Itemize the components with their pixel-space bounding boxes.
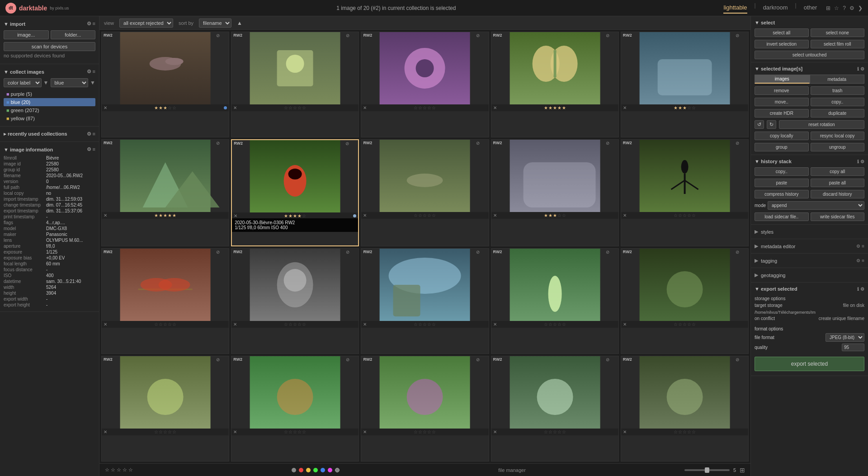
close-icon[interactable]: ✕	[233, 105, 237, 110]
close-icon[interactable]: ✕	[233, 429, 237, 434]
rotate-cw-button[interactable]: ↻	[767, 120, 776, 129]
rotate-ccw-button[interactable]: ↺	[755, 120, 764, 129]
image-cell[interactable]: RW2 ⊘ ✕ ☆☆☆☆☆	[491, 356, 619, 462]
star-rating[interactable]: ★★★☆☆	[154, 105, 177, 110]
select-all-button[interactable]: select all	[755, 28, 809, 37]
image-cell[interactable]: RW2 ⊘ ✕ ☆☆☆☆☆	[621, 139, 749, 246]
star-rating[interactable]: ☆☆☆☆☆	[284, 322, 307, 327]
close-icon[interactable]: ✕	[234, 213, 237, 218]
image-cell[interactable]: RW2 ⊘ ✕ ☆☆☆☆☆	[231, 356, 359, 462]
color-dot-blue[interactable]	[321, 468, 325, 472]
copy-history-button[interactable]: copy..	[755, 167, 809, 176]
history-mode-select[interactable]: append	[768, 201, 864, 210]
select-header[interactable]: ▼ select	[751, 18, 868, 27]
star-rating[interactable]: ★★★☆☆	[674, 105, 696, 110]
color-dot-green[interactable]	[313, 468, 318, 472]
move-button[interactable]: move..	[755, 98, 809, 106]
color-dot-uncol[interactable]	[335, 468, 340, 472]
discard-history-button[interactable]: discard history	[811, 190, 865, 198]
close-icon[interactable]: ✕	[233, 322, 237, 327]
load-sidecar-button[interactable]: load sidecar file..	[755, 212, 809, 221]
image-cell[interactable]: RW2 ⊘ ✕ ★★★☆☆	[621, 32, 749, 137]
image-cell[interactable]: RW2 ⊘ ✕ ★★★★★	[101, 139, 229, 246]
close-icon[interactable]: ✕	[104, 429, 107, 434]
close-icon[interactable]: ✕	[623, 213, 627, 218]
image-cell[interactable]: RW2 ⊘ ✕ ★★★☆☆	[491, 139, 619, 246]
color-dot-purple[interactable]	[328, 468, 332, 472]
grid-icon[interactable]: ⊞	[826, 5, 830, 11]
reset-rotation-button[interactable]: reset rotation	[779, 120, 864, 129]
tagging-header[interactable]: ▶ tagging ⚙ ≡	[751, 255, 868, 266]
tab-images-button[interactable]: images	[755, 75, 810, 84]
star-rating[interactable]: ☆☆☆☆☆	[674, 429, 696, 434]
close-icon[interactable]: ✕	[363, 322, 367, 327]
close-icon[interactable]: ✕	[104, 105, 107, 110]
star-rating[interactable]: ☆☆☆☆☆	[414, 105, 436, 110]
metadata-editor-header[interactable]: ▶ metadata editor ⚙ ≡	[751, 241, 868, 251]
image-cell[interactable]: RW2 ⊘ ✕ ☆☆☆☆☆	[621, 356, 749, 462]
image-cell[interactable]: RW2 ⊘ ✕ ☆☆☆☆☆	[231, 32, 359, 137]
compress-history-button[interactable]: compress history	[755, 190, 809, 198]
image-cell[interactable]: RW2 ⊘ ✕ ☆☆☆☆☆	[361, 356, 489, 462]
image-cell[interactable]: RW2 ⊘ ✕ ☆☆☆☆☆	[491, 248, 619, 354]
select-none-button[interactable]: select none	[811, 28, 865, 37]
export-selected-button[interactable]: export selected	[755, 357, 864, 371]
file-format-select[interactable]: JPEG (8-bit)	[826, 333, 864, 342]
image-cell[interactable]: RW2 ⊘ ✕ ☆☆☆☆☆	[361, 139, 489, 246]
image-cell[interactable]: RW2 ⊘ ✕ ★★★☆☆	[101, 32, 229, 137]
image-import-button[interactable]: image...	[4, 30, 49, 39]
collect-header[interactable]: ▼ collect images ⚙ ≡	[0, 67, 99, 76]
close-icon[interactable]: ✕	[363, 105, 367, 110]
close-icon[interactable]: ✕	[623, 322, 627, 327]
styles-header[interactable]: ▶ styles	[751, 226, 868, 237]
filter-field-select[interactable]: color label	[4, 78, 42, 87]
close-icon[interactable]: ✕	[623, 105, 627, 110]
recently-used-header[interactable]: ▸ recently used collections ⚙ ≡	[0, 129, 99, 139]
copy-all-history-button[interactable]: copy all	[811, 167, 865, 176]
filter-value-select[interactable]: blue	[51, 78, 89, 87]
color-dot-yellow[interactable]	[306, 468, 311, 472]
color-tag-purple[interactable]: ■ purple (5)	[4, 90, 95, 98]
tab-metadata-button[interactable]: metadata	[810, 75, 865, 84]
write-sidecar-button[interactable]: write sidecar files	[811, 212, 865, 221]
folder-import-button[interactable]: folder...	[51, 30, 96, 39]
view-filter-select[interactable]: all except rejected	[119, 19, 173, 28]
paste-history-button[interactable]: paste	[755, 179, 809, 187]
group-button[interactable]: group	[755, 143, 809, 151]
close-icon[interactable]: ✕	[493, 429, 497, 434]
close-icon[interactable]: ✕	[104, 322, 107, 327]
zoom-icon[interactable]: ⊞	[740, 467, 745, 474]
select-untouched-button[interactable]: select untouched	[755, 51, 864, 59]
tab-lighttable[interactable]: lighttable	[723, 2, 747, 14]
close-icon[interactable]: ✕	[493, 322, 497, 327]
star-rating[interactable]: ☆☆☆☆☆	[414, 322, 436, 327]
duplicate-button[interactable]: duplicate	[811, 109, 865, 118]
copy-locally-button[interactable]: copy locally	[755, 132, 809, 140]
star-rating[interactable]: ★★★★☆	[284, 213, 307, 218]
image-cell[interactable]: RW2 ⊘ ✕ ☆☆☆☆☆	[361, 32, 489, 137]
star-rating[interactable]: ★★★★★	[544, 105, 566, 110]
scan-devices-button[interactable]: scan for devices	[4, 42, 95, 51]
star-rating[interactable]: ★★★★★	[154, 213, 177, 218]
color-tag-blue[interactable]: ■ blue (20)	[4, 98, 95, 106]
close-icon[interactable]: ✕	[363, 213, 367, 218]
chevron-icon[interactable]: ❯	[858, 5, 863, 11]
remove-button[interactable]: remove	[755, 86, 809, 95]
star-rating[interactable]: ☆☆☆☆☆	[544, 429, 566, 434]
color-dot-gray[interactable]	[292, 468, 296, 472]
image-cell[interactable]: RW2 ⊘ ✕ ☆☆☆☆☆	[361, 248, 489, 354]
image-cell[interactable]: RW2 ⊘ ✕ ☆☆☆☆☆	[231, 248, 359, 354]
copy-button[interactable]: copy..	[811, 98, 865, 106]
trash-button[interactable]: trash	[811, 86, 865, 95]
help-icon[interactable]: ?	[843, 5, 846, 11]
image-cell[interactable]: RW2 ⊘ ✕ ☆☆☆☆☆	[101, 248, 229, 354]
star-rating[interactable]: ☆☆☆☆☆	[414, 213, 436, 218]
create-hdr-button[interactable]: create HDR	[755, 109, 809, 118]
star-rating[interactable]: ☆☆☆☆☆	[674, 322, 696, 327]
select-film-roll-button[interactable]: select film roll	[811, 40, 865, 48]
import-header[interactable]: ▼ import ⚙ ≡	[0, 19, 99, 28]
close-icon[interactable]: ✕	[363, 429, 367, 434]
export-header[interactable]: ▼ export selected ℹ ⚙	[751, 284, 868, 293]
star-rating[interactable]: ☆☆☆☆☆	[414, 429, 436, 434]
star-rating[interactable]: ☆☆☆☆☆	[544, 322, 566, 327]
